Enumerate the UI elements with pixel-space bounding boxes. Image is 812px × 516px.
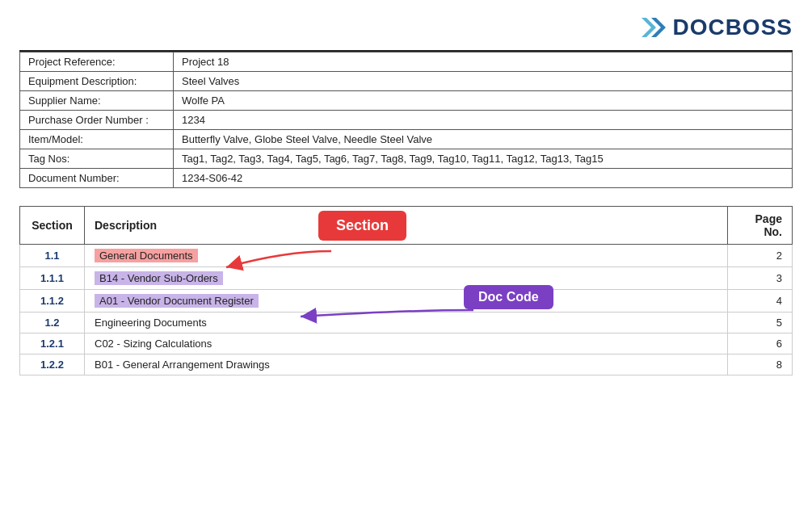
toc-row: 1.1.1 B14 - Vendor Sub-Orders 3: [20, 267, 793, 290]
toc-description: C02 - Sizing Calculations: [85, 334, 728, 354]
desc-highlight-purple: A01 - Vendor Document Register: [95, 294, 259, 308]
info-label: Purchase Order Number :: [20, 111, 174, 130]
desc-highlight-purple: B14 - Vendor Sub-Orders: [95, 271, 223, 285]
toc-row: 1.2.1 C02 - Sizing Calculations 6: [20, 334, 793, 354]
toc-section: 1.2.2: [20, 354, 85, 375]
info-value: 1234-S06-42: [174, 169, 793, 188]
info-value: Wolfe PA: [174, 91, 793, 111]
toc-header-pageno: Page No.: [728, 207, 793, 245]
info-label: Equipment Description:: [20, 72, 174, 91]
toc-description: Engineering Documents: [85, 313, 728, 334]
toc-section: 1.2.1: [20, 334, 85, 354]
info-value: Project 18: [174, 52, 793, 72]
toc-description: B14 - Vendor Sub-Orders: [85, 267, 728, 290]
info-label: Supplier Name:: [20, 91, 174, 111]
toc-description: General Documents: [85, 245, 728, 267]
toc-pageno: 6: [728, 334, 793, 354]
info-label: Document Number:: [20, 169, 174, 188]
info-row: Equipment Description: Steel Valves: [20, 72, 793, 91]
toc-wrapper: Section Doc Code Section: [19, 206, 793, 375]
toc-pageno: 8: [728, 354, 793, 375]
svg-marker-0: [642, 18, 656, 37]
toc-section: 1.1.2: [20, 290, 85, 313]
toc-section: 1.1.1: [20, 267, 85, 290]
info-value: 1234: [174, 111, 793, 130]
header: DOCBOSS: [19, 15, 793, 52]
page: DOCBOSS Project Reference: Project 18 Eq…: [0, 0, 812, 516]
info-value: Tag1, Tag2, Tag3, Tag4, Tag5, Tag6, Tag7…: [174, 149, 793, 169]
info-value: Steel Valves: [174, 72, 793, 91]
toc-header-section: Section: [20, 207, 85, 245]
toc-pageno: 4: [728, 290, 793, 313]
desc-highlight-pink: General Documents: [95, 249, 198, 262]
logo-icon: [638, 15, 669, 40]
info-label: Project Reference:: [20, 52, 174, 72]
info-table: Project Reference: Project 18 Equipment …: [19, 52, 793, 188]
toc-section: 1.1: [20, 245, 85, 267]
toc-row: 1.1.2 A01 - Vendor Document Register 4: [20, 290, 793, 313]
info-label: Tag Nos:: [20, 149, 174, 169]
info-value: Butterfly Valve, Globe Steel Valve, Need…: [174, 130, 793, 149]
info-row: Project Reference: Project 18: [20, 52, 793, 72]
toc-description: B01 - General Arrangement Drawings: [85, 354, 728, 375]
toc-description: A01 - Vendor Document Register: [85, 290, 728, 313]
logo: DOCBOSS: [638, 15, 793, 40]
logo-text: DOCBOSS: [672, 15, 793, 40]
info-label: Item/Model:: [20, 130, 174, 149]
info-row: Document Number: 1234-S06-42: [20, 169, 793, 188]
section-callout: Section: [318, 211, 406, 241]
toc-row: 1.1 General Documents 2: [20, 245, 793, 267]
toc-pageno: 2: [728, 245, 793, 267]
toc-section: 1.2: [20, 313, 85, 334]
toc-row: 1.2 Engineering Documents 5: [20, 313, 793, 334]
info-row: Supplier Name: Wolfe PA: [20, 91, 793, 111]
doccode-callout: Doc Code: [464, 285, 553, 309]
info-row: Item/Model: Butterfly Valve, Globe Steel…: [20, 130, 793, 149]
info-row: Purchase Order Number : 1234: [20, 111, 793, 130]
toc-pageno: 3: [728, 267, 793, 290]
toc-pageno: 5: [728, 313, 793, 334]
toc-row: 1.2.2 B01 - General Arrangement Drawings…: [20, 354, 793, 375]
info-row: Tag Nos: Tag1, Tag2, Tag3, Tag4, Tag5, T…: [20, 149, 793, 169]
